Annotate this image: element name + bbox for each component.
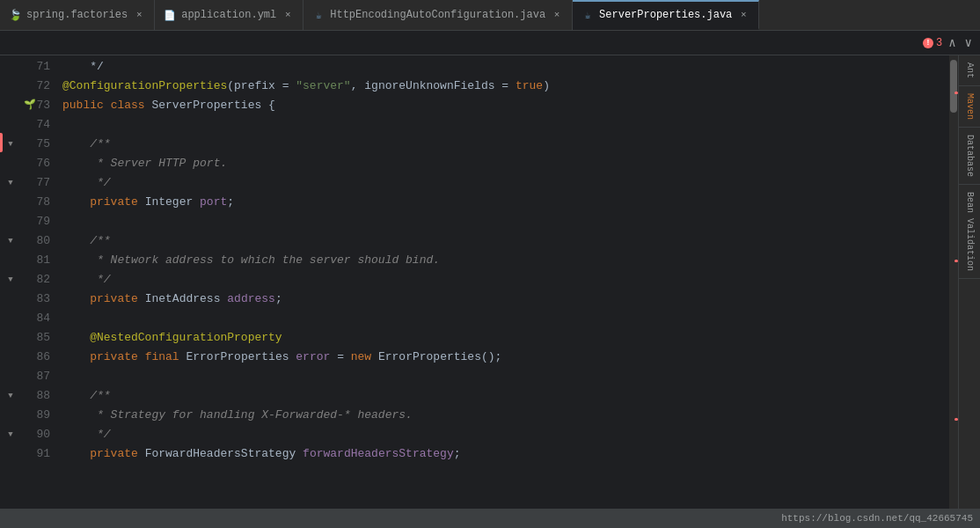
sidebar-panel-ant[interactable]: Ant xyxy=(959,55,980,86)
code-line-91: private ForwardHeadersStrategy forwardHe… xyxy=(62,444,949,464)
code-line-82: */ xyxy=(62,270,949,290)
code-area[interactable]: */@ConfigurationProperties(prefix = "ser… xyxy=(58,55,949,509)
code-line-77: */ xyxy=(62,173,949,193)
fold-cell-74 xyxy=(4,115,18,135)
code-line-89: * Strategy for handling X-Forwarded-* he… xyxy=(62,406,949,425)
tab-spring[interactable]: 🍃 spring.factories × xyxy=(0,0,155,30)
tab-application[interactable]: 📄 application.yml × xyxy=(155,0,304,30)
fold-cell-81 xyxy=(4,251,18,270)
tab-spring-label: spring.factories xyxy=(26,9,128,21)
tab-httpencoding-close[interactable]: × xyxy=(551,9,563,21)
code-line-76: * Server HTTP port. xyxy=(62,154,949,173)
code-line-81: * Network address to which the server sh… xyxy=(62,251,949,270)
line-num-71: 71 xyxy=(18,57,50,77)
java-server-icon: ☕ xyxy=(581,9,594,21)
fold-cell-86 xyxy=(4,348,18,367)
scroll-thumb[interactable] xyxy=(950,60,957,113)
tab-serverprops-close[interactable]: × xyxy=(737,9,750,21)
fold-cell-87 xyxy=(4,367,18,386)
fold-gutter: ▼▼▼▼▼▼ xyxy=(4,55,18,509)
error-stripe-bar xyxy=(0,133,3,152)
scroll-error-1 xyxy=(954,92,958,94)
line-num-85: 85 xyxy=(18,328,50,348)
fold-cell-90[interactable]: ▼ xyxy=(4,425,18,444)
fold-cell-88[interactable]: ▼ xyxy=(4,386,18,406)
line-num-74: 74 xyxy=(18,115,50,135)
sidebar-panel-bean-validation[interactable]: Bean Validation xyxy=(959,185,980,279)
error-badge: ! 3 xyxy=(923,37,942,49)
sidebar-panel-database[interactable]: Database xyxy=(959,128,980,185)
fold-cell-76 xyxy=(4,154,18,173)
editor: ▼▼▼▼▼▼ 7172🌱7374757677787980818283848586… xyxy=(4,55,949,509)
code-line-71: */ xyxy=(62,57,949,77)
line-num-91: 91 xyxy=(18,444,50,464)
fold-cell-80[interactable]: ▼ xyxy=(4,231,18,251)
line-num-87: 87 xyxy=(18,367,50,386)
fold-cell-72 xyxy=(4,77,18,96)
code-line-78: private Integer port; xyxy=(62,193,949,212)
tab-httpencoding-label: HttpEncodingAutoConfiguration.java xyxy=(330,9,545,21)
line-num-81: 81 xyxy=(18,251,50,270)
line-num-86: 86 xyxy=(18,348,50,367)
spring-icon: 🍃 xyxy=(9,9,21,21)
error-count: 3 xyxy=(936,37,942,49)
line-gutter: ▼▼▼▼▼▼ 7172🌱7374757677787980818283848586… xyxy=(4,55,58,509)
line-num-88: 88 xyxy=(18,386,50,406)
code-line-74 xyxy=(62,115,949,135)
nav-up-button[interactable]: ∧ xyxy=(946,34,958,51)
fold-cell-79 xyxy=(4,212,18,231)
tab-httpencoding[interactable]: ☕ HttpEncodingAutoConfiguration.java × xyxy=(304,0,573,30)
line-num-73: 🌱73 xyxy=(18,96,50,115)
nav-down-button[interactable]: ∨ xyxy=(962,34,975,51)
code-line-75: /** xyxy=(62,135,949,154)
fold-cell-73 xyxy=(4,96,18,115)
fold-cell-91 xyxy=(4,444,18,464)
tab-serverprops-label: ServerProperties.java xyxy=(599,9,732,21)
line-num-84: 84 xyxy=(18,309,50,328)
fold-cell-83 xyxy=(4,290,18,309)
code-line-73: public class ServerProperties { xyxy=(62,96,949,115)
line-num-76: 76 xyxy=(18,154,50,173)
fold-cell-75[interactable]: ▼ xyxy=(4,135,18,154)
line-num-90: 90 xyxy=(18,425,50,444)
code-line-79 xyxy=(62,212,949,231)
fold-cell-77[interactable]: ▼ xyxy=(4,173,18,193)
code-line-88: /** xyxy=(62,386,949,406)
code-line-80: /** xyxy=(62,231,949,251)
fold-cell-85 xyxy=(4,328,18,348)
fold-cell-78 xyxy=(4,193,18,212)
code-line-87 xyxy=(62,367,949,386)
tab-spring-close[interactable]: × xyxy=(133,9,145,21)
code-line-84 xyxy=(62,309,949,328)
line-num-89: 89 xyxy=(18,406,50,425)
java-http-icon: ☕ xyxy=(312,9,325,21)
scrollbar-area[interactable] xyxy=(949,55,958,509)
scroll-error-3 xyxy=(954,418,958,421)
sidebar-panel-maven[interactable]: Maven xyxy=(959,86,980,128)
status-url: https://blog.csdn.net/qq_42665745 xyxy=(781,513,973,524)
bean-annotation-icon: 🌱 xyxy=(24,98,36,114)
maven-panel-label: Maven xyxy=(965,93,975,120)
ant-panel-label: Ant xyxy=(965,62,975,78)
line-num-83: 83 xyxy=(18,290,50,309)
bean-validation-panel-label: Bean Validation xyxy=(965,192,975,271)
line-num-79: 79 xyxy=(18,212,50,231)
main-editor-area: ▼▼▼▼▼▼ 7172🌱7374757677787980818283848586… xyxy=(0,55,980,509)
error-dot-icon: ! xyxy=(923,38,933,48)
code-line-72: @ConfigurationProperties(prefix = "serve… xyxy=(62,77,949,96)
yaml-icon: 📄 xyxy=(164,9,176,21)
code-line-86: private final ErrorProperties error = ne… xyxy=(62,348,949,367)
line-numbers: 7172🌱73747576777879808182838485868788899… xyxy=(18,55,57,509)
code-line-83: private InetAddress address; xyxy=(62,290,949,309)
line-num-75: 75 xyxy=(18,135,50,154)
tab-application-close[interactable]: × xyxy=(282,9,294,21)
fold-cell-82[interactable]: ▼ xyxy=(4,270,18,290)
line-num-72: 72 xyxy=(18,77,50,96)
fold-cell-71 xyxy=(4,57,18,77)
tab-serverprops[interactable]: ☕ ServerProperties.java × xyxy=(573,0,759,30)
fold-cell-89 xyxy=(4,406,18,425)
scroll-error-2 xyxy=(954,260,958,262)
status-bar: https://blog.csdn.net/qq_42665745 xyxy=(0,509,980,528)
database-panel-label: Database xyxy=(965,135,975,177)
tab-bar: 🍃 spring.factories × 📄 application.yml ×… xyxy=(0,0,980,31)
